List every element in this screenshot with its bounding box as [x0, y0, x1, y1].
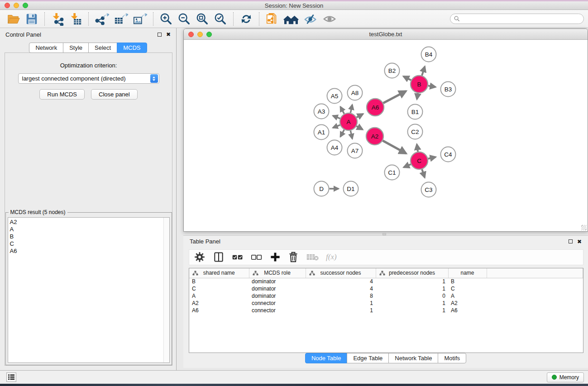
node-C2[interactable]: C2 [408, 124, 423, 139]
node-A5[interactable]: A5 [327, 89, 342, 104]
edge-B-B3[interactable] [428, 86, 435, 87]
tab-network[interactable]: Network [29, 43, 63, 53]
delete-column-button[interactable] [288, 251, 299, 263]
edge-C-C1[interactable] [404, 164, 411, 167]
column-header-predecessor-nodes[interactable]: predecessor nodes [376, 268, 448, 278]
table-settings-button[interactable] [194, 251, 206, 263]
close-panel-icon[interactable]: ✖ [166, 32, 171, 37]
table-row[interactable]: Cdominator41C [189, 285, 583, 292]
node-B4[interactable]: B4 [421, 47, 436, 62]
node-A6[interactable]: A6 [367, 99, 384, 116]
search-field[interactable] [450, 14, 584, 24]
node-A4[interactable]: A4 [327, 140, 342, 155]
mcds-result-list[interactable]: A2ABCA6 [8, 217, 170, 363]
refresh-layout-button[interactable] [237, 11, 255, 27]
zoom-out-button[interactable] [175, 11, 193, 27]
table-row[interactable]: A2connector11A2 [189, 300, 583, 307]
edge-A-A5[interactable] [340, 107, 344, 114]
node-C1[interactable]: C1 [385, 165, 400, 180]
node-D[interactable]: D [314, 181, 329, 196]
node-B[interactable]: B [411, 76, 428, 93]
edge-A-A4[interactable] [340, 130, 344, 137]
save-session-button[interactable] [23, 11, 41, 27]
column-header-MCDS-role[interactable]: MCDS role [249, 268, 306, 278]
node-C4[interactable]: C4 [441, 147, 456, 162]
show-columns-button[interactable] [213, 251, 225, 263]
export-image-button[interactable] [130, 11, 149, 27]
optimization-criterion-select[interactable]: largest connected component (directed) [18, 73, 159, 84]
hide-selected-button[interactable] [301, 11, 320, 27]
edge-C-C3[interactable] [422, 169, 425, 177]
close-panel-icon[interactable]: ✖ [577, 239, 582, 244]
edge-B-B2[interactable] [403, 76, 411, 80]
clear-table-button[interactable] [306, 253, 319, 262]
mcds-result-item[interactable]: B [10, 233, 163, 240]
node-B1[interactable]: B1 [408, 105, 423, 119]
memory-button[interactable]: Memory [547, 372, 584, 382]
node-B3[interactable]: B3 [441, 82, 456, 97]
edge-B-B4[interactable] [422, 67, 425, 76]
column-header-shared-name[interactable]: shared name [189, 268, 249, 278]
close-panel-button[interactable]: Close panel [91, 89, 138, 100]
network-window-titlebar[interactable]: testGlobe.txt [184, 29, 588, 40]
resize-grip[interactable] [581, 225, 587, 230]
edge-C-C4[interactable] [428, 157, 436, 159]
export-network-button[interactable] [92, 11, 111, 27]
add-column-button[interactable] [270, 252, 281, 262]
show-all-button[interactable] [320, 11, 339, 27]
new-network-from-selection-button[interactable] [263, 11, 281, 27]
edge-A-A8[interactable] [350, 105, 352, 113]
column-header-name[interactable]: name [448, 268, 487, 278]
home-layout-button[interactable] [281, 11, 301, 27]
node-table[interactable]: shared nameMCDS rolesuccessor nodesprede… [189, 268, 583, 353]
float-panel-icon[interactable] [569, 239, 573, 243]
run-mcds-button[interactable]: Run MCDS [39, 89, 85, 100]
node-A2[interactable]: A2 [366, 128, 383, 145]
edge-A-A1[interactable] [333, 125, 340, 128]
tab-edge-table[interactable]: Edge Table [347, 353, 389, 363]
node-B2[interactable]: B2 [385, 63, 400, 78]
mcds-result-item[interactable]: A [10, 226, 163, 233]
node-A1[interactable]: A1 [314, 125, 329, 140]
network-canvas[interactable]: B4B2BB3A8A5A6A3B1AA1C2A2A4A7C4CC1C3DD1 [184, 40, 588, 231]
table-row[interactable]: Bdominator41B [189, 278, 583, 285]
tab-select[interactable]: Select [88, 43, 117, 53]
edge-C-C2[interactable] [417, 144, 418, 152]
zoom-fit-button[interactable] [193, 11, 211, 27]
tab-network-table[interactable]: Network Table [388, 353, 438, 363]
network-graph[interactable]: B4B2BB3A8A5A6A3B1AA1C2A2A4A7C4CC1C3DD1 [184, 40, 588, 231]
open-session-button[interactable] [5, 11, 23, 27]
node-A7[interactable]: A7 [348, 143, 363, 158]
zoom-selected-button[interactable] [211, 11, 229, 27]
import-table-button[interactable] [67, 11, 85, 27]
node-D1[interactable]: D1 [344, 181, 359, 196]
mcds-result-item[interactable]: C [10, 240, 163, 248]
node-A3[interactable]: A3 [314, 104, 329, 119]
mcds-result-item[interactable]: A2 [10, 219, 163, 226]
export-table-button[interactable] [111, 11, 130, 27]
task-history-button[interactable] [6, 372, 16, 382]
search-input[interactable] [462, 16, 583, 22]
node-C3[interactable]: C3 [421, 182, 436, 197]
table-row[interactable]: Adominator80A [189, 292, 583, 300]
edge-A-A3[interactable] [333, 116, 340, 119]
zoom-in-button[interactable] [157, 11, 175, 27]
tab-node-table[interactable]: Node Table [305, 353, 348, 363]
deselect-all-rows-button[interactable] [251, 253, 263, 261]
select-all-rows-button[interactable] [232, 253, 244, 261]
scrollbar[interactable] [163, 218, 169, 362]
float-panel-icon[interactable] [158, 33, 162, 37]
edge-A2-C[interactable] [383, 141, 406, 153]
node-A8[interactable]: A8 [348, 86, 363, 100]
node-C[interactable]: C [411, 152, 428, 169]
node-A[interactable]: A [340, 113, 357, 130]
edge-A-A2[interactable] [357, 126, 363, 129]
edge-A-A7[interactable] [350, 131, 352, 139]
tab-style[interactable]: Style [63, 43, 89, 53]
function-builder-button[interactable]: f(x) [326, 253, 337, 262]
edge-A6-B[interactable] [383, 91, 406, 103]
table-row[interactable]: A6connector11A6 [189, 307, 583, 314]
tab-motifs[interactable]: Motifs [438, 353, 466, 363]
mcds-result-item[interactable]: A6 [10, 248, 163, 255]
import-network-button[interactable] [48, 11, 67, 27]
